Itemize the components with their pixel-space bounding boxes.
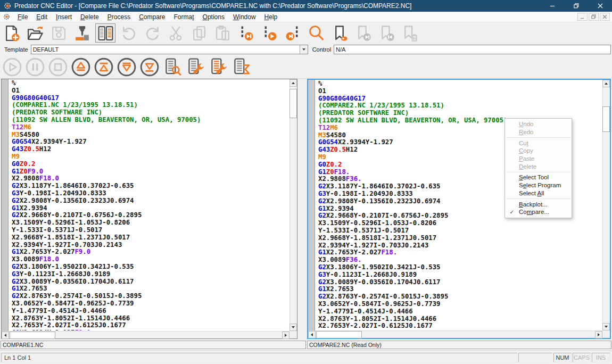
right-horizontal-scrollbar[interactable] [308, 330, 602, 338]
context-menu-item-paste: Paste [505, 155, 572, 163]
code-line: Y-1.4779I-0.4514J-0.4466 [12, 308, 289, 315]
menu-process[interactable]: Process [103, 12, 135, 22]
last-difference-button[interactable] [139, 56, 160, 78]
code-line: G1X2.7653 [318, 286, 602, 293]
scroll-up-button[interactable] [290, 79, 297, 87]
scroll-down-button[interactable] [602, 323, 610, 330]
context-menu-item-compare[interactable]: ✓Compare... [505, 208, 572, 216]
scroll-thumb[interactable] [10, 332, 55, 339]
context-menu-item-copy: Copy [505, 147, 572, 155]
close-button[interactable] [588, 0, 612, 12]
mdi-restore-button[interactable] [589, 13, 599, 21]
right-vertical-scrollbar[interactable] [602, 80, 610, 330]
menu-edit[interactable]: Edit [32, 12, 52, 22]
scroll-thumb[interactable] [316, 331, 362, 338]
code-line: M3S4580 [12, 131, 289, 139]
paste-button [212, 23, 233, 43]
goto-beginning-button[interactable] [236, 23, 256, 43]
left-file-label: COMPARE1.NC [1, 341, 306, 349]
scroll-thumb[interactable] [290, 89, 297, 118]
next-difference-button[interactable] [116, 56, 137, 78]
scroll-right-button[interactable] [282, 332, 290, 339]
menu-format[interactable]: Format [170, 12, 199, 22]
context-menu-item-undo: Undo [505, 120, 572, 128]
code-line: (11092 SW ALLEN BLVD, BEAVERTON, OR, USA… [12, 117, 289, 124]
minimize-button[interactable] [540, 0, 564, 12]
compare-button[interactable] [95, 23, 115, 43]
restore-button[interactable] [564, 0, 588, 12]
context-menu-item-select-program[interactable]: Select Program [505, 181, 572, 189]
code-line: G3Y-0.1123I-1.2668J0.9189 [12, 271, 289, 278]
code-line: X2.7653Y-2.027I-0.6125J0.1677 [12, 322, 289, 329]
menu-help[interactable]: Help [260, 12, 282, 22]
context-menu-item-label: Paste [519, 155, 534, 162]
scroll-down-button[interactable] [290, 324, 297, 331]
context-menu-item-backplot[interactable]: Backplot... [505, 200, 572, 208]
right-file-setup-button[interactable] [208, 56, 229, 78]
backplot-button[interactable] [72, 23, 92, 43]
code-line: G3Y-0.198I-1.2049J0.8333 [12, 190, 289, 197]
context-menu-separator [506, 137, 570, 138]
previous-difference-button[interactable] [93, 56, 114, 78]
code-line: % [318, 80, 602, 88]
code-line: X2.8763Y-1.8052I-1.1514J0.4466 [12, 315, 289, 322]
status-blank-segment [518, 353, 552, 362]
menu-options[interactable]: Options [199, 12, 229, 22]
context-menu-item-select-tool[interactable]: Select Tool [505, 173, 572, 181]
scrollbar-corner [602, 330, 610, 338]
left-vertical-scrollbar[interactable] [290, 79, 297, 331]
context-menu-item-label: Backplot... [519, 201, 548, 208]
code-line: X2.7653Y-2.027I-0.6125J0.1677 [318, 322, 602, 330]
scroll-left-button[interactable] [2, 332, 9, 339]
scroll-thumb[interactable] [602, 106, 610, 132]
first-difference-button[interactable] [70, 56, 92, 78]
goto-cursor-button[interactable] [259, 23, 279, 43]
template-label: Template [0, 46, 31, 53]
template-dropdown[interactable]: DEFAULT [31, 45, 308, 54]
goto-end-button[interactable] [283, 23, 303, 43]
code-line: X2.9668Y-1.8518I-1.2371J0.5017 [318, 235, 602, 242]
menu-delete[interactable]: Delete [76, 12, 103, 22]
context-menu-item-select-all[interactable]: Select All [505, 189, 572, 197]
find-difference-list-button[interactable] [162, 56, 183, 78]
menu-compare[interactable]: Compare [135, 12, 169, 22]
scroll-right-button[interactable] [595, 331, 602, 338]
find-button[interactable] [306, 23, 326, 43]
left-code-area[interactable]: %O1G90G80G40G17(COMPARE1.NC 1/23/1995 13… [9, 80, 289, 330]
toggle-bookmark-button[interactable] [329, 23, 350, 43]
mdi-close-button[interactable] [600, 13, 610, 21]
context-menu-item-cut: Cut [505, 139, 572, 147]
new-file-button[interactable] [2, 23, 22, 43]
left-file-setup-button[interactable] [185, 56, 206, 78]
code-line: G2X2.9808Y-0.1356I0.2323J0.6974 [12, 197, 289, 205]
code-line: G1X2.9394 [12, 205, 289, 212]
menu-file[interactable]: File [13, 12, 32, 22]
code-line: O1 [12, 87, 289, 95]
open-file-button[interactable] [25, 23, 45, 43]
template-value: DEFAULT [31, 46, 300, 53]
mdi-minimize-button[interactable] [577, 13, 588, 21]
code-line: G2X2.8763Y-0.2574I-0.5015J-0.3895 [318, 293, 602, 301]
scroll-left-button[interactable] [308, 331, 316, 338]
code-line: G43Z0.5H12 [12, 146, 289, 153]
code-line: G0Z0.2 [12, 161, 289, 168]
control-field[interactable]: N/A [334, 45, 611, 54]
checkmark-icon: ✓ [505, 209, 519, 215]
template-dropdown-arrow-icon[interactable] [300, 45, 308, 54]
code-line: G2X2.9668Y-0.2107I-0.6756J-0.2895 [12, 212, 289, 219]
right-file-label: COMPARE2.NC (Read Only) [307, 341, 611, 349]
menu-insert[interactable]: Insert [52, 12, 76, 22]
left-horizontal-scrollbar[interactable] [2, 331, 290, 338]
scroll-up-button[interactable] [602, 80, 610, 87]
code-line: G2X2.8763Y-0.2574I-0.5015J-0.3895 [12, 293, 289, 300]
context-menu-item-label: Select Program [519, 182, 561, 188]
menu-window[interactable]: Window [229, 12, 260, 22]
next-bookmark-button [353, 23, 373, 43]
mdi-window-controls [577, 13, 612, 21]
menu-bar: FileEditInsertDeleteProcessCompareFormat… [0, 12, 612, 22]
document-gear-icon [3, 13, 10, 20]
compare-statistics-button[interactable] [230, 56, 252, 78]
code-line: X2.8763Y-1.8052I-1.1514J0.4466 [318, 316, 602, 323]
left-editor-pane[interactable]: %O1G90G80G40G17(COMPARE1.NC 1/23/1995 13… [1, 79, 297, 339]
code-line: G1X2.7653 [12, 285, 289, 293]
